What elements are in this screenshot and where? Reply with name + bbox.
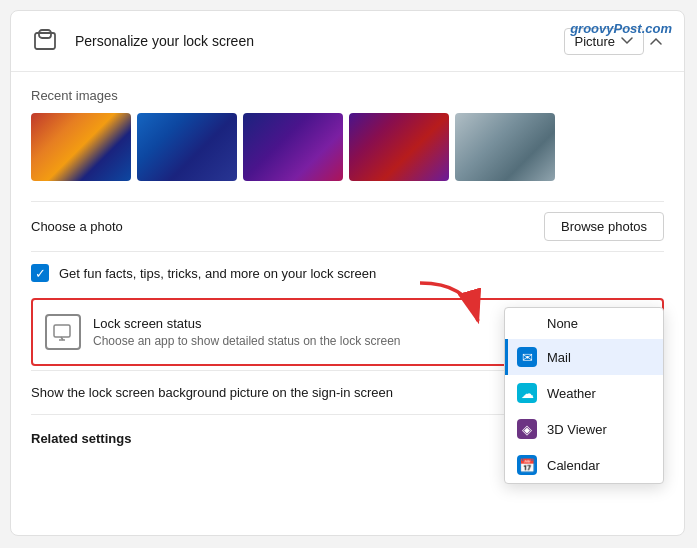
settings-panel: groovyPost.com Personalize your lock scr… bbox=[10, 10, 685, 536]
checkbox-row: ✓ Get fun facts, tips, tricks, and more … bbox=[31, 251, 664, 294]
browse-photos-button[interactable]: Browse photos bbox=[544, 212, 664, 241]
checkbox-label: Get fun facts, tips, tricks, and more on… bbox=[59, 266, 376, 281]
choose-photo-row: Choose a photo Browse photos bbox=[31, 201, 664, 251]
thumbnail-2[interactable] bbox=[137, 113, 237, 181]
red-arrow bbox=[410, 273, 490, 337]
svg-rect-2 bbox=[54, 325, 70, 337]
header-left: Personalize your lock screen bbox=[31, 25, 254, 57]
dropdown-item-calendar[interactable]: 📅 Calendar bbox=[505, 447, 663, 483]
status-text-group: Lock screen status Choose an app to show… bbox=[93, 316, 401, 348]
svg-rect-1 bbox=[39, 30, 51, 38]
status-app-icon bbox=[45, 314, 81, 350]
mail-label: Mail bbox=[547, 350, 571, 365]
lock-screen-icon bbox=[31, 25, 63, 57]
status-subtitle: Choose an app to show detailed status on… bbox=[93, 334, 401, 348]
weather-label: Weather bbox=[547, 386, 596, 401]
choose-photo-label: Choose a photo bbox=[31, 219, 123, 234]
dropdown-item-weather[interactable]: ☁ Weather bbox=[505, 375, 663, 411]
status-dropdown-menu: None ✉ Mail ☁ Weather ◈ 3D Viewer 📅 Cale… bbox=[504, 307, 664, 484]
dropdown-item-none[interactable]: None bbox=[505, 308, 663, 339]
svg-rect-0 bbox=[35, 33, 55, 49]
recent-images-row bbox=[31, 113, 664, 181]
3dviewer-icon: ◈ bbox=[517, 419, 537, 439]
watermark: groovyPost.com bbox=[570, 21, 672, 36]
header-title: Personalize your lock screen bbox=[75, 33, 254, 49]
mail-icon: ✉ bbox=[517, 347, 537, 367]
thumbnail-5[interactable] bbox=[455, 113, 555, 181]
calendar-icon: 📅 bbox=[517, 455, 537, 475]
checkmark-icon: ✓ bbox=[35, 267, 46, 280]
related-settings-title: Related settings bbox=[31, 431, 131, 446]
chevron-down-icon bbox=[621, 37, 633, 45]
screen-icon bbox=[53, 322, 73, 342]
3dviewer-label: 3D Viewer bbox=[547, 422, 607, 437]
checkbox-input[interactable]: ✓ bbox=[31, 264, 49, 282]
thumbnail-1[interactable] bbox=[31, 113, 131, 181]
thumbnail-3[interactable] bbox=[243, 113, 343, 181]
watermark-text: groovyPost.com bbox=[570, 21, 672, 36]
status-title: Lock screen status bbox=[93, 316, 401, 331]
dropdown-item-mail[interactable]: ✉ Mail bbox=[505, 339, 663, 375]
recent-images-label: Recent images bbox=[31, 88, 664, 103]
dropdown-item-3dviewer[interactable]: ◈ 3D Viewer bbox=[505, 411, 663, 447]
calendar-label: Calendar bbox=[547, 458, 600, 473]
thumbnail-4[interactable] bbox=[349, 113, 449, 181]
weather-icon: ☁ bbox=[517, 383, 537, 403]
signin-label: Show the lock screen background picture … bbox=[31, 385, 393, 400]
